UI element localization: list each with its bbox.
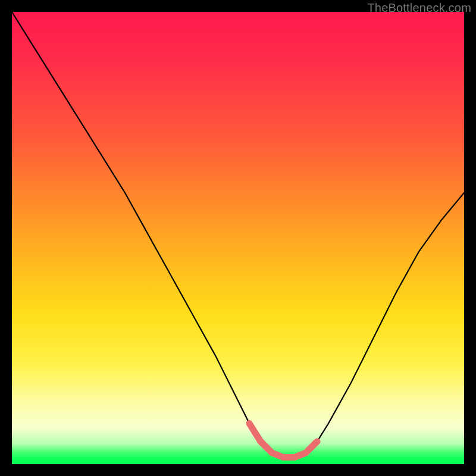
curve-svg <box>12 12 464 464</box>
bottleneck-highlight <box>249 424 317 458</box>
bottleneck-curve <box>12 12 464 458</box>
plot-area <box>12 12 464 464</box>
chart-stage: TheBottleneck.com <box>0 0 476 476</box>
